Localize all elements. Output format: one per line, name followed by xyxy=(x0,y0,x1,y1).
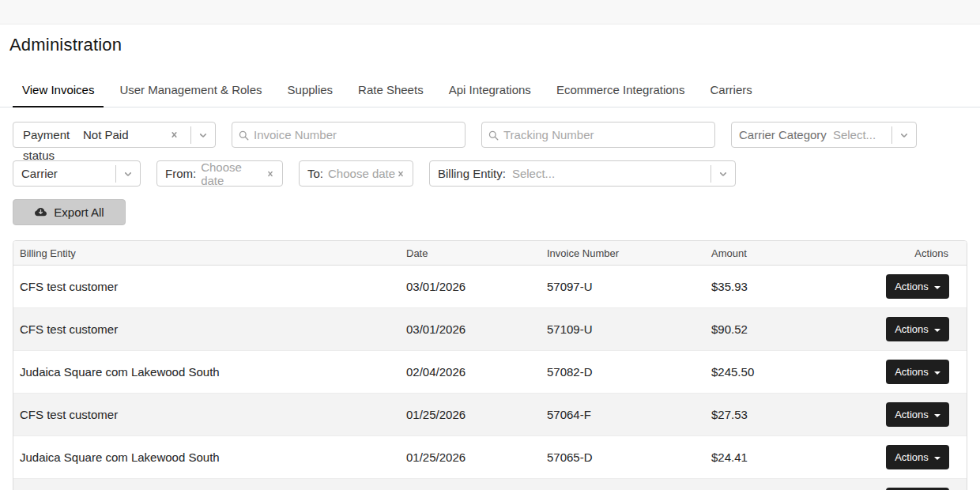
cell-amount: $35.93 xyxy=(705,266,871,307)
carrier-select[interactable]: Carrier xyxy=(13,160,141,187)
filter-row-1: Payment status Not Paid Carrier Cat xyxy=(13,122,967,148)
cell-date: 03/01/2026 xyxy=(400,308,541,350)
caret-down-icon xyxy=(934,371,940,375)
carrier-category-label: Carrier Category xyxy=(739,128,827,141)
cell-date: 02/04/2026 xyxy=(400,351,541,393)
date-to-placeholder: Choose date xyxy=(328,167,395,180)
header-date: Date xyxy=(400,241,541,265)
invoice-number-search xyxy=(232,122,466,148)
table-row: CFS test customer 03/01/2026 57097-U $35… xyxy=(13,266,967,308)
header-amount: Amount xyxy=(705,241,871,265)
tracking-number-search xyxy=(481,122,715,148)
cell-date: 01/25/2026 xyxy=(400,436,541,478)
table-header: Billing Entity Date Invoice Number Amoun… xyxy=(13,241,967,266)
actions-button-label: Actions xyxy=(895,409,929,420)
tracking-number-input[interactable] xyxy=(481,122,715,148)
date-from-label: From: xyxy=(165,167,196,180)
tab-rate-sheets[interactable]: Rate Sheets xyxy=(349,74,433,107)
carrier-label: Carrier xyxy=(21,167,58,180)
carrier-category-placeholder: Select... xyxy=(833,128,876,141)
cell-billing-entity: Judaica Square com Lakewood South xyxy=(13,351,400,393)
chevron-down-icon[interactable] xyxy=(116,168,140,179)
cell-billing-entity xyxy=(13,479,400,490)
actions-button[interactable]: Actions xyxy=(886,317,949,341)
payment-status-value: Not Paid xyxy=(83,128,129,141)
carrier-category-select[interactable]: Carrier Category Select... xyxy=(731,122,917,148)
date-to-input[interactable]: To: Choose date xyxy=(299,160,413,187)
tab-bar: View Invoices User Management & Roles Su… xyxy=(0,74,980,107)
clear-icon[interactable] xyxy=(266,169,282,179)
export-all-label: Export All xyxy=(54,205,104,219)
actions-button[interactable]: Actions xyxy=(886,274,949,299)
payment-status-label: Payment status xyxy=(23,125,72,145)
header-invoice-number: Invoice Number xyxy=(541,241,705,265)
chevron-down-icon[interactable] xyxy=(191,130,215,141)
cell-date xyxy=(400,479,541,490)
invoices-table: Billing Entity Date Invoice Number Amoun… xyxy=(13,240,967,490)
payment-status-select[interactable]: Payment status Not Paid xyxy=(13,122,216,148)
cloud-download-icon xyxy=(34,206,47,218)
cell-invoice-number: 57064-F xyxy=(541,394,705,435)
cell-billing-entity: Judaica Square com Lakewood South xyxy=(13,436,400,478)
table-row: Judaica Square com Lakewood South 01/25/… xyxy=(13,436,967,479)
tab-view-invoices[interactable]: View Invoices xyxy=(13,74,104,107)
search-icon xyxy=(488,130,499,144)
cell-invoice-number: 57097-U xyxy=(541,266,705,307)
cell-invoice-number: 57109-U xyxy=(541,308,705,350)
export-all-button[interactable]: Export All xyxy=(13,199,126,225)
page-title: Administration xyxy=(9,35,980,55)
date-to-label: To: xyxy=(307,167,323,180)
tab-carriers[interactable]: Carriers xyxy=(700,74,761,107)
billing-entity-select[interactable]: Billing Entity: Select... xyxy=(429,160,736,187)
caret-down-icon xyxy=(934,457,940,460)
search-icon xyxy=(239,130,249,144)
tab-api-integrations[interactable]: Api Integrations xyxy=(439,74,541,107)
table-row: CFS test customer 03/01/2026 57109-U $90… xyxy=(13,308,967,351)
filters-section: Payment status Not Paid Carrier Cat xyxy=(13,122,967,187)
cell-amount: $90.52 xyxy=(705,308,871,350)
cell-date: 03/01/2026 xyxy=(400,266,541,307)
table-row: Judaica Square com Lakewood South 02/04/… xyxy=(13,351,967,394)
date-from-placeholder: Choose date xyxy=(201,160,266,187)
cell-invoice-number: 57065-D xyxy=(541,436,705,478)
actions-button-label: Actions xyxy=(895,451,929,463)
caret-down-icon xyxy=(934,414,940,417)
actions-button[interactable]: Actions xyxy=(886,402,949,427)
invoice-number-input[interactable] xyxy=(232,122,466,148)
cell-amount xyxy=(705,479,871,490)
caret-down-icon xyxy=(934,286,940,289)
chevron-down-icon[interactable] xyxy=(892,130,916,141)
caret-down-icon xyxy=(934,329,940,332)
table-row: CFS test customer 01/25/2026 57064-F $27… xyxy=(13,394,967,436)
clear-icon[interactable] xyxy=(169,130,179,140)
table-row: Actions xyxy=(13,479,967,490)
top-bar xyxy=(0,0,980,24)
actions-button-label: Actions xyxy=(895,323,929,335)
cell-amount: $245.50 xyxy=(705,351,871,393)
actions-button[interactable]: Actions xyxy=(886,445,949,469)
header-actions: Actions xyxy=(871,241,967,265)
actions-button[interactable]: Actions xyxy=(886,360,949,384)
cell-invoice-number xyxy=(541,479,705,490)
tab-ecommerce-integrations[interactable]: Ecommerce Integrations xyxy=(547,74,695,107)
cell-invoice-number: 57082-D xyxy=(541,351,705,393)
tab-user-management-roles[interactable]: User Management & Roles xyxy=(110,74,271,107)
header-billing-entity: Billing Entity xyxy=(13,241,400,265)
filter-row-2: Carrier From: Choose date To: Choose dat… xyxy=(13,160,967,187)
cell-billing-entity: CFS test customer xyxy=(13,266,400,307)
tab-supplies[interactable]: Supplies xyxy=(278,74,343,107)
clear-icon[interactable] xyxy=(396,169,413,179)
cell-amount: $24.41 xyxy=(705,436,871,478)
cell-date: 01/25/2026 xyxy=(400,394,541,435)
billing-entity-label: Billing Entity: xyxy=(438,167,506,180)
billing-entity-placeholder: Select... xyxy=(512,167,555,180)
cell-billing-entity: CFS test customer xyxy=(13,394,400,435)
chevron-down-icon[interactable] xyxy=(711,168,735,179)
actions-button-label: Actions xyxy=(895,281,929,292)
date-from-input[interactable]: From: Choose date xyxy=(156,160,283,187)
cell-billing-entity: CFS test customer xyxy=(13,308,400,350)
actions-button-label: Actions xyxy=(895,366,929,378)
cell-amount: $27.53 xyxy=(705,394,871,435)
